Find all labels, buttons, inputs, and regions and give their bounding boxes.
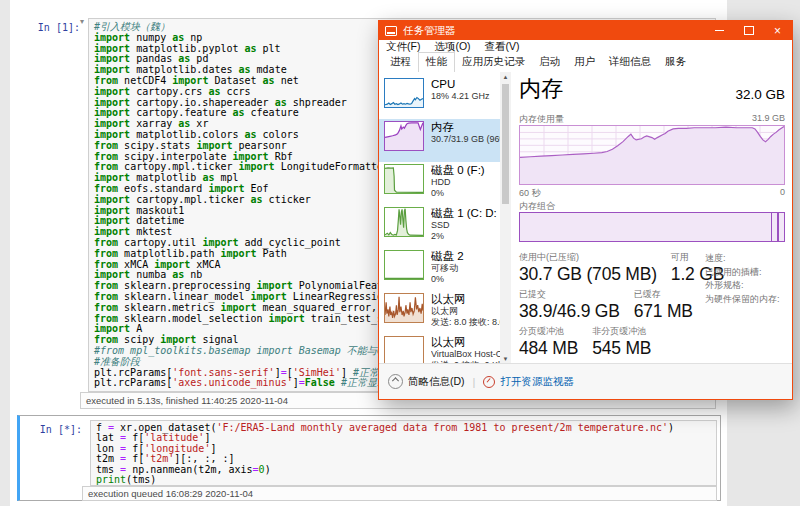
task-manager-icon — [385, 26, 397, 36]
memory-capacity: 32.0 GB — [735, 87, 785, 102]
menu-view[interactable]: 查看(V) — [485, 40, 520, 54]
sidebar-scrollbar[interactable]: ▲ ▼ — [500, 72, 511, 364]
committed-label: 已提交 — [519, 289, 620, 300]
maximize-button[interactable] — [734, 21, 763, 40]
minimize-icon — [715, 30, 724, 31]
in-use-value: 30.7 GB (705 MB) — [519, 263, 657, 286]
memory-usage-chart — [519, 125, 785, 185]
tab-startup[interactable]: 启动 — [532, 53, 567, 72]
memory-mini-graph — [384, 121, 424, 151]
form-factor-label: 外形规格: — [705, 279, 787, 293]
disk2-mini-graph — [384, 250, 424, 280]
fewer-details-toggle[interactable]: 简略信息(D) — [408, 375, 465, 389]
hardware-reserved-label: 为硬件保留的内存: — [705, 293, 787, 307]
cell2-prompt: In [*]: — [30, 424, 82, 435]
paged-pool-label: 分页缓冲池 — [519, 326, 578, 337]
sidebar-item-memory[interactable]: 内存 30.7/31.9 GB (96%) — [379, 119, 500, 162]
resource-monitor-icon — [483, 376, 495, 388]
x-axis-right-label: 0 — [780, 187, 785, 200]
ethernet2-mini-graph — [384, 336, 424, 364]
menu-file[interactable]: 文件(F) — [386, 40, 420, 54]
cpu-mini-graph — [384, 78, 424, 108]
tab-services[interactable]: 服务 — [658, 53, 693, 72]
task-manager-window: 任务管理器 × 文件(F) 选项(O) 查看(V) 进程 性能 应用历史记录 启… — [378, 20, 793, 400]
paged-pool-value: 484 MB — [519, 337, 578, 360]
minimize-button[interactable] — [705, 21, 734, 40]
cell-collapse-caret-icon[interactable]: ▾ — [80, 17, 84, 26]
tabbar: 进程 性能 应用历史记录 启动 用户 详细信息 服务 — [379, 54, 792, 73]
committed-value: 38.9/46.9 GB — [519, 300, 620, 323]
cell2-exec-status: execution queued 16:08:29 2020-11-04 — [82, 486, 717, 501]
statusbar: 简略信息(D) | 打开资源监视器 — [379, 363, 792, 399]
sidebar-item-ethernet2[interactable]: 以太网 VirtualBox Host-On 发送: 0 接收: 0 Kb — [379, 334, 500, 364]
sidebar-item-disk1[interactable]: 磁盘 1 (C: D: E: SSD 2% — [379, 205, 500, 248]
performance-panel: CPU 18% 4.21 GHz 内存 30.7/31.9 GB (96%) 磁… — [379, 72, 792, 364]
scrollbar-thumb[interactable] — [502, 84, 509, 204]
screen: In [1]: ▾ #引入模块（魏）import numpy as npimpo… — [0, 0, 800, 506]
sidebar-item-disk0[interactable]: 磁盘 0 (F:) HDD 0% — [379, 162, 500, 205]
scroll-up-icon[interactable]: ▲ — [500, 72, 511, 82]
fewer-details-icon — [388, 374, 403, 389]
hardware-info: 速度: 已使用的插槽: 外形规格: 为硬件保留的内存: — [705, 252, 787, 306]
non-paged-pool-label: 非分页缓冲池 — [592, 326, 651, 337]
disk1-mini-graph — [384, 207, 424, 237]
speed-label: 速度: — [705, 252, 787, 266]
slots-used-label: 已使用的插槽: — [705, 266, 787, 280]
tab-details[interactable]: 详细信息 — [602, 53, 658, 72]
tab-performance[interactable]: 性能 — [418, 52, 455, 73]
cached-value: 671 MB — [634, 300, 693, 323]
tab-processes[interactable]: 进程 — [383, 53, 418, 72]
memory-detail-panel: 内存 32.0 GB 内存使用量 31.9 GB 60 秒 0 内存组合 — [517, 72, 787, 364]
performance-sidebar: CPU 18% 4.21 GHz 内存 30.7/31.9 GB (96%) 磁… — [379, 72, 511, 364]
disk0-mini-graph — [384, 164, 424, 194]
open-resource-monitor-link[interactable]: 打开资源监视器 — [500, 375, 574, 389]
cell2-code-editor[interactable]: f = xr.open_dataset('F:/ERA5-Land monthl… — [90, 420, 717, 486]
in-use-label: 使用中(已压缩) — [519, 252, 657, 263]
x-axis-left-label: 60 秒 — [519, 187, 541, 200]
close-button[interactable]: × — [763, 21, 792, 40]
memory-composition-bar — [519, 212, 785, 242]
cached-label: 已缓存 — [634, 289, 693, 300]
titlebar[interactable]: 任务管理器 × — [379, 21, 792, 40]
tab-app-history[interactable]: 应用历史记录 — [455, 53, 532, 72]
cell1-prompt: In [1]: — [28, 22, 80, 33]
tab-users[interactable]: 用户 — [567, 53, 602, 72]
sidebar-item-disk2[interactable]: 磁盘 2 可移动 0% — [379, 248, 500, 291]
non-paged-pool-value: 545 MB — [592, 337, 651, 360]
maximize-icon — [744, 26, 754, 35]
memory-title: 内存 — [519, 76, 563, 102]
sidebar-item-cpu[interactable]: CPU 18% 4.21 GHz — [379, 76, 500, 119]
selected-cell[interactable]: In [*]: f = xr.open_dataset('F:/ERA5-Lan… — [17, 415, 721, 501]
window-title: 任务管理器 — [403, 24, 705, 38]
notebook-left-gutter — [0, 0, 10, 506]
ethernet1-mini-graph — [384, 293, 424, 323]
sidebar-item-ethernet1[interactable]: 以太网 以太网 发送: 8.0 接收: 8.0 K — [379, 291, 500, 334]
footer-divider: | — [473, 376, 476, 388]
memory-stats: 使用中(已压缩) 30.7 GB (705 MB) 可用 1.2 GB 已提交 … — [519, 252, 701, 363]
